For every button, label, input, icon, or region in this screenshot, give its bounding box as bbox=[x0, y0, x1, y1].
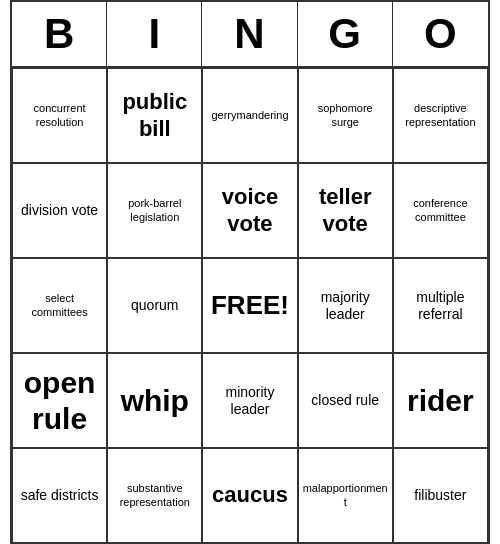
bingo-cell-text-22: caucus bbox=[212, 482, 288, 508]
bingo-grid: concurrent resolutionpublic billgerryman… bbox=[12, 68, 488, 543]
bingo-cell-14: multiple referral bbox=[393, 258, 488, 353]
bingo-cell-text-5: division vote bbox=[21, 202, 98, 219]
bingo-cell-text-11: quorum bbox=[131, 297, 178, 314]
bingo-cell-text-0: concurrent resolution bbox=[17, 102, 102, 128]
bingo-cell-text-23: malapportionment bbox=[303, 482, 388, 508]
bingo-cell-15: open rule bbox=[12, 353, 107, 448]
bingo-cell-text-1: public bill bbox=[112, 89, 197, 142]
bingo-cell-21: substantive representation bbox=[107, 448, 202, 543]
bingo-letter-b: B bbox=[12, 2, 107, 66]
bingo-cell-16: whip bbox=[107, 353, 202, 448]
bingo-cell-text-14: multiple referral bbox=[398, 289, 483, 323]
bingo-cell-text-21: substantive representation bbox=[112, 482, 197, 508]
bingo-cell-text-13: majority leader bbox=[303, 289, 388, 323]
bingo-cell-20: safe districts bbox=[12, 448, 107, 543]
bingo-cell-13: majority leader bbox=[298, 258, 393, 353]
bingo-cell-0: concurrent resolution bbox=[12, 68, 107, 163]
bingo-cell-text-17: minority leader bbox=[207, 384, 292, 418]
bingo-cell-23: malapportionment bbox=[298, 448, 393, 543]
bingo-cell-text-19: rider bbox=[407, 383, 474, 419]
bingo-cell-1: public bill bbox=[107, 68, 202, 163]
bingo-cell-text-8: teller vote bbox=[303, 184, 388, 237]
bingo-cell-9: conference committee bbox=[393, 163, 488, 258]
bingo-cell-5: division vote bbox=[12, 163, 107, 258]
bingo-cell-17: minority leader bbox=[202, 353, 297, 448]
bingo-cell-19: rider bbox=[393, 353, 488, 448]
bingo-cell-text-4: descriptive representation bbox=[398, 102, 483, 128]
bingo-cell-10: select committees bbox=[12, 258, 107, 353]
bingo-cell-text-9: conference committee bbox=[398, 197, 483, 223]
bingo-letter-i: I bbox=[107, 2, 202, 66]
bingo-cell-22: caucus bbox=[202, 448, 297, 543]
bingo-cell-11: quorum bbox=[107, 258, 202, 353]
bingo-cell-text-3: sophomore surge bbox=[303, 102, 388, 128]
bingo-letter-o: O bbox=[393, 2, 488, 66]
bingo-cell-18: closed rule bbox=[298, 353, 393, 448]
bingo-cell-text-20: safe districts bbox=[21, 487, 99, 504]
bingo-cell-3: sophomore surge bbox=[298, 68, 393, 163]
bingo-cell-6: pork-barrel legislation bbox=[107, 163, 202, 258]
bingo-cell-text-7: voice vote bbox=[207, 184, 292, 237]
bingo-letter-g: G bbox=[298, 2, 393, 66]
bingo-cell-text-10: select committees bbox=[17, 292, 102, 318]
bingo-cell-8: teller vote bbox=[298, 163, 393, 258]
bingo-cell-text-2: gerrymandering bbox=[211, 109, 288, 122]
bingo-cell-12: FREE! bbox=[202, 258, 297, 353]
bingo-cell-text-24: filibuster bbox=[414, 487, 466, 504]
bingo-cell-24: filibuster bbox=[393, 448, 488, 543]
bingo-letter-n: N bbox=[202, 2, 297, 66]
bingo-cell-2: gerrymandering bbox=[202, 68, 297, 163]
bingo-cell-text-18: closed rule bbox=[311, 392, 379, 409]
bingo-cell-7: voice vote bbox=[202, 163, 297, 258]
bingo-cell-text-12: FREE! bbox=[211, 290, 289, 321]
bingo-header: BINGO bbox=[12, 2, 488, 68]
bingo-cell-text-16: whip bbox=[121, 383, 189, 419]
bingo-cell-4: descriptive representation bbox=[393, 68, 488, 163]
bingo-card: BINGO concurrent resolutionpublic billge… bbox=[10, 0, 490, 544]
bingo-cell-text-15: open rule bbox=[17, 365, 102, 437]
bingo-cell-text-6: pork-barrel legislation bbox=[112, 197, 197, 223]
